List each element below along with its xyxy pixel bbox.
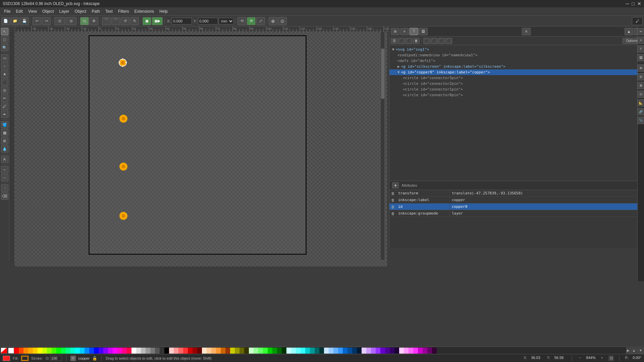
far-right-btn-8[interactable]: ⊡ (637, 90, 644, 98)
xml-btn-2[interactable]: ⬛ (398, 38, 405, 44)
tool-eraser[interactable]: ⌫ (1, 192, 8, 200)
palette-color-660000[interactable] (197, 348, 202, 354)
palette-color-ff9733[interactable] (216, 348, 221, 354)
palette-color-00ccff[interactable] (80, 348, 85, 354)
palette-up-btn[interactable]: ▲ (631, 347, 637, 354)
tool-star[interactable]: ★ (1, 70, 8, 78)
xml-node-silkscreen[interactable]: ▶ <g id="silkscreen" inkscape:label="sil… (389, 64, 644, 69)
far-right-btn-2[interactable]: ≡ (637, 37, 644, 44)
xml-btn-7[interactable]: ⬛ (438, 38, 445, 44)
xml-node-namedview[interactable]: <sodipodi:namedview id="namedview1"> (389, 52, 644, 58)
palette-color-990099[interactable] (423, 348, 427, 354)
menu-file[interactable]: File (1, 8, 13, 14)
palette-color-dddddd[interactable] (136, 348, 141, 354)
rpanel-expand[interactable]: ▲ (625, 28, 633, 35)
palette-color-ffcc00[interactable] (33, 348, 38, 354)
rpanel-tab-xml2[interactable]: T (410, 28, 418, 35)
vscrollbar[interactable] (380, 32, 384, 260)
far-right-btn-11[interactable]: 📎 (637, 117, 644, 124)
tb-redo[interactable]: ↪ (42, 17, 51, 25)
tool-node[interactable]: ⬡ (1, 36, 8, 43)
menu-help[interactable]: Help (157, 8, 170, 14)
palette-color-cc6600[interactable] (221, 348, 225, 354)
tool-connect[interactable]: ⌁ (1, 166, 8, 173)
palette-color-333333[interactable] (160, 348, 164, 354)
far-right-btn-4[interactable]: 🖼 (637, 54, 644, 61)
palette-color-ff3333[interactable] (183, 348, 188, 354)
tb-new[interactable]: 📄 (1, 17, 10, 25)
close-button[interactable]: ✕ (637, 1, 641, 6)
xml-btn-4[interactable]: 🗑 (413, 38, 420, 44)
pcb-board[interactable] (89, 35, 307, 255)
tool-zoom[interactable]: 🔍 (1, 44, 8, 51)
status-zoom-fit[interactable]: ⊡ (608, 356, 614, 361)
tool-select[interactable]: ↖ (1, 28, 8, 35)
palette-color-0066cc[interactable] (343, 348, 347, 354)
palette-color-ff66ff[interactable] (409, 348, 413, 354)
palette-color-b166ff[interactable] (371, 348, 376, 354)
tool-spiral[interactable]: ◎ (1, 86, 8, 94)
palette-color-ff4400[interactable] (19, 348, 23, 354)
palette-color-88ff00[interactable] (47, 348, 52, 354)
palette-color-cc00ff[interactable] (108, 348, 113, 354)
palette-color-330066[interactable] (390, 348, 394, 354)
menu-edit[interactable]: Edit (13, 8, 25, 14)
tb-zoom-sel[interactable]: ⊟ (66, 17, 76, 25)
tb-snap-toggle[interactable]: % (80, 17, 89, 25)
canvas-area[interactable] (15, 32, 387, 266)
palette-color-00ff44[interactable] (61, 348, 66, 354)
xml-btn-1[interactable]: ☰ (391, 38, 397, 44)
rpanel-close[interactable]: ✕ (522, 28, 531, 35)
tool-3d[interactable]: ⬛ (1, 78, 8, 86)
palette-color-ffffff[interactable] (131, 348, 136, 354)
palette-color-333300[interactable] (244, 348, 249, 354)
palette-color-8800ff[interactable] (103, 348, 108, 354)
palette-color-ff33ff[interactable] (413, 348, 418, 354)
palette-color-9733ff[interactable] (376, 348, 380, 354)
xml-btn-8[interactable]: ⬛ (445, 38, 452, 44)
palette-color-0000ff[interactable] (94, 348, 99, 354)
palette-color-00ffcc[interactable] (70, 348, 75, 354)
xml-toggle-copper[interactable]: ▼ (397, 70, 400, 74)
palette-color-777777[interactable] (150, 348, 155, 354)
palette-color-003366[interactable] (352, 348, 357, 354)
palette-color-009900[interactable] (272, 348, 277, 354)
palette-color-000000[interactable] (164, 348, 169, 354)
palette-color-003333[interactable] (319, 348, 324, 354)
palette-color-006666[interactable] (315, 348, 319, 354)
xml-btn-6[interactable]: ⬛ (431, 38, 437, 44)
palette-color-001933[interactable] (357, 348, 362, 354)
attr-row-transform[interactable]: 🗑 transform translate(-47.257839,-93.135… (389, 190, 644, 197)
xml-node-defs[interactable]: <defs id="defs1"> (389, 58, 644, 64)
palette-color-0044ff[interactable] (89, 348, 94, 354)
menu-extensions[interactable]: Extensions (132, 8, 157, 14)
palette-color-cb99ff[interactable] (366, 348, 371, 354)
tool-measure[interactable]: ↔ (1, 174, 8, 181)
tb-transform3[interactable]: ⤢ (256, 17, 265, 25)
tool-dropper[interactable]: 💧 (1, 145, 8, 153)
tool-calligraphy[interactable]: ✒ (1, 111, 8, 118)
tb-node3[interactable]: ↺ (121, 17, 129, 25)
palette-color-666600[interactable] (239, 348, 244, 354)
connector-ring-2[interactable] (119, 162, 128, 172)
xml-tree[interactable]: ▼ <svg id="svg1"> <sodipodi:namedview id… (389, 45, 644, 181)
palette-color-ff0044[interactable] (127, 348, 131, 354)
palette-color-004d99[interactable] (347, 348, 352, 354)
status-zoom-minus[interactable]: − (579, 356, 581, 361)
tool-ellipse[interactable]: ○ (1, 62, 8, 70)
palette-color-33ffff[interactable] (301, 348, 305, 354)
palette-color-66b1ff[interactable] (333, 348, 338, 354)
xml-toggle-svg[interactable]: ▼ (392, 47, 394, 52)
attr-row-groupmode[interactable]: 🗑 inkscape:groupmode layer (389, 210, 644, 217)
tb-inkscape-logo[interactable]: 🖊 (632, 17, 643, 25)
palette-color-003300[interactable] (282, 348, 286, 354)
menu-path[interactable]: Path (89, 8, 103, 14)
palette-color-00cc00[interactable] (268, 348, 272, 354)
palette-color-ff9999[interactable] (174, 348, 178, 354)
xml-node-connector1[interactable]: <circle id="connector1pin"> (389, 86, 644, 92)
xml-node-connector3[interactable]: <circle id="connector3pin"> (389, 75, 644, 81)
palette-color-1a0033[interactable] (394, 348, 399, 354)
menu-text[interactable]: Text (103, 8, 115, 14)
palette-color-cc00cc[interactable] (418, 348, 423, 354)
palette-color-4d0099[interactable] (385, 348, 390, 354)
